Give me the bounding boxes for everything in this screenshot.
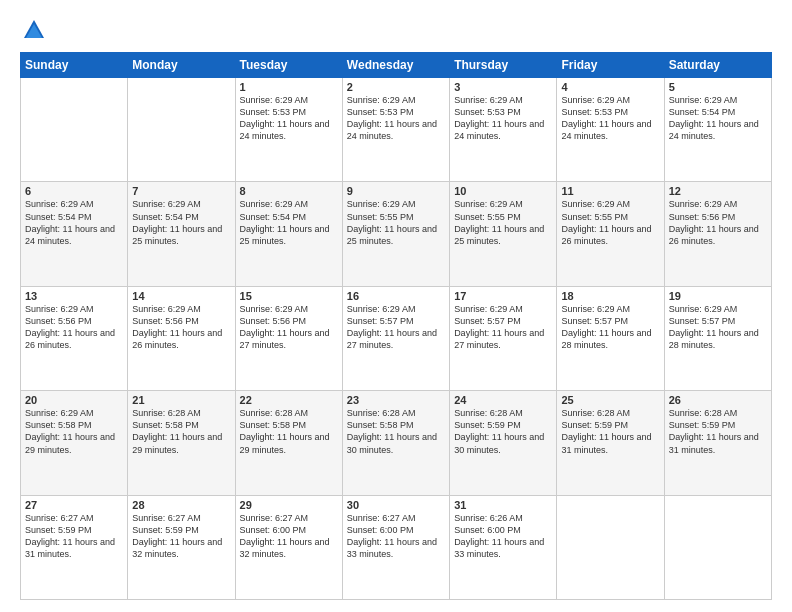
cell-details: Sunrise: 6:27 AM Sunset: 6:00 PM Dayligh… xyxy=(240,512,338,561)
calendar-cell: 11Sunrise: 6:29 AM Sunset: 5:55 PM Dayli… xyxy=(557,182,664,286)
cell-details: Sunrise: 6:29 AM Sunset: 5:55 PM Dayligh… xyxy=(561,198,659,247)
day-number: 26 xyxy=(669,394,767,406)
cell-details: Sunrise: 6:29 AM Sunset: 5:58 PM Dayligh… xyxy=(25,407,123,456)
calendar-table: SundayMondayTuesdayWednesdayThursdayFrid… xyxy=(20,52,772,600)
calendar-cell: 8Sunrise: 6:29 AM Sunset: 5:54 PM Daylig… xyxy=(235,182,342,286)
day-number: 6 xyxy=(25,185,123,197)
calendar-cell: 25Sunrise: 6:28 AM Sunset: 5:59 PM Dayli… xyxy=(557,391,664,495)
day-number: 4 xyxy=(561,81,659,93)
calendar-cell: 4Sunrise: 6:29 AM Sunset: 5:53 PM Daylig… xyxy=(557,78,664,182)
cell-details: Sunrise: 6:27 AM Sunset: 5:59 PM Dayligh… xyxy=(132,512,230,561)
calendar-cell: 26Sunrise: 6:28 AM Sunset: 5:59 PM Dayli… xyxy=(664,391,771,495)
cell-details: Sunrise: 6:28 AM Sunset: 5:58 PM Dayligh… xyxy=(132,407,230,456)
day-number: 12 xyxy=(669,185,767,197)
day-number: 29 xyxy=(240,499,338,511)
weekday-header-tuesday: Tuesday xyxy=(235,53,342,78)
calendar-week-row: 20Sunrise: 6:29 AM Sunset: 5:58 PM Dayli… xyxy=(21,391,772,495)
day-number: 9 xyxy=(347,185,445,197)
calendar-week-row: 1Sunrise: 6:29 AM Sunset: 5:53 PM Daylig… xyxy=(21,78,772,182)
day-number: 20 xyxy=(25,394,123,406)
page: SundayMondayTuesdayWednesdayThursdayFrid… xyxy=(0,0,792,612)
cell-details: Sunrise: 6:29 AM Sunset: 5:56 PM Dayligh… xyxy=(240,303,338,352)
cell-details: Sunrise: 6:29 AM Sunset: 5:57 PM Dayligh… xyxy=(454,303,552,352)
calendar-cell: 16Sunrise: 6:29 AM Sunset: 5:57 PM Dayli… xyxy=(342,286,449,390)
cell-details: Sunrise: 6:29 AM Sunset: 5:55 PM Dayligh… xyxy=(347,198,445,247)
calendar-cell: 5Sunrise: 6:29 AM Sunset: 5:54 PM Daylig… xyxy=(664,78,771,182)
day-number: 22 xyxy=(240,394,338,406)
cell-details: Sunrise: 6:29 AM Sunset: 5:53 PM Dayligh… xyxy=(347,94,445,143)
calendar-cell: 18Sunrise: 6:29 AM Sunset: 5:57 PM Dayli… xyxy=(557,286,664,390)
weekday-header-sunday: Sunday xyxy=(21,53,128,78)
calendar-cell: 23Sunrise: 6:28 AM Sunset: 5:58 PM Dayli… xyxy=(342,391,449,495)
cell-details: Sunrise: 6:29 AM Sunset: 5:57 PM Dayligh… xyxy=(347,303,445,352)
calendar-cell: 30Sunrise: 6:27 AM Sunset: 6:00 PM Dayli… xyxy=(342,495,449,599)
calendar-cell xyxy=(664,495,771,599)
cell-details: Sunrise: 6:29 AM Sunset: 5:57 PM Dayligh… xyxy=(669,303,767,352)
day-number: 19 xyxy=(669,290,767,302)
day-number: 27 xyxy=(25,499,123,511)
calendar-cell: 17Sunrise: 6:29 AM Sunset: 5:57 PM Dayli… xyxy=(450,286,557,390)
day-number: 3 xyxy=(454,81,552,93)
day-number: 10 xyxy=(454,185,552,197)
day-number: 24 xyxy=(454,394,552,406)
day-number: 8 xyxy=(240,185,338,197)
cell-details: Sunrise: 6:29 AM Sunset: 5:56 PM Dayligh… xyxy=(669,198,767,247)
day-number: 14 xyxy=(132,290,230,302)
logo xyxy=(20,16,52,44)
calendar-cell: 28Sunrise: 6:27 AM Sunset: 5:59 PM Dayli… xyxy=(128,495,235,599)
calendar-cell: 3Sunrise: 6:29 AM Sunset: 5:53 PM Daylig… xyxy=(450,78,557,182)
weekday-header-wednesday: Wednesday xyxy=(342,53,449,78)
day-number: 1 xyxy=(240,81,338,93)
day-number: 28 xyxy=(132,499,230,511)
calendar-cell: 12Sunrise: 6:29 AM Sunset: 5:56 PM Dayli… xyxy=(664,182,771,286)
cell-details: Sunrise: 6:28 AM Sunset: 5:59 PM Dayligh… xyxy=(669,407,767,456)
day-number: 23 xyxy=(347,394,445,406)
cell-details: Sunrise: 6:28 AM Sunset: 5:58 PM Dayligh… xyxy=(347,407,445,456)
calendar-cell: 1Sunrise: 6:29 AM Sunset: 5:53 PM Daylig… xyxy=(235,78,342,182)
day-number: 15 xyxy=(240,290,338,302)
day-number: 30 xyxy=(347,499,445,511)
cell-details: Sunrise: 6:29 AM Sunset: 5:56 PM Dayligh… xyxy=(25,303,123,352)
cell-details: Sunrise: 6:28 AM Sunset: 5:59 PM Dayligh… xyxy=(561,407,659,456)
day-number: 25 xyxy=(561,394,659,406)
cell-details: Sunrise: 6:29 AM Sunset: 5:56 PM Dayligh… xyxy=(132,303,230,352)
cell-details: Sunrise: 6:29 AM Sunset: 5:57 PM Dayligh… xyxy=(561,303,659,352)
day-number: 11 xyxy=(561,185,659,197)
cell-details: Sunrise: 6:28 AM Sunset: 5:58 PM Dayligh… xyxy=(240,407,338,456)
calendar-cell: 31Sunrise: 6:26 AM Sunset: 6:00 PM Dayli… xyxy=(450,495,557,599)
calendar-cell xyxy=(557,495,664,599)
day-number: 5 xyxy=(669,81,767,93)
calendar-cell: 15Sunrise: 6:29 AM Sunset: 5:56 PM Dayli… xyxy=(235,286,342,390)
calendar-cell: 29Sunrise: 6:27 AM Sunset: 6:00 PM Dayli… xyxy=(235,495,342,599)
day-number: 17 xyxy=(454,290,552,302)
cell-details: Sunrise: 6:27 AM Sunset: 5:59 PM Dayligh… xyxy=(25,512,123,561)
weekday-header-saturday: Saturday xyxy=(664,53,771,78)
cell-details: Sunrise: 6:29 AM Sunset: 5:55 PM Dayligh… xyxy=(454,198,552,247)
calendar-cell: 27Sunrise: 6:27 AM Sunset: 5:59 PM Dayli… xyxy=(21,495,128,599)
calendar-cell: 21Sunrise: 6:28 AM Sunset: 5:58 PM Dayli… xyxy=(128,391,235,495)
day-number: 16 xyxy=(347,290,445,302)
day-number: 31 xyxy=(454,499,552,511)
cell-details: Sunrise: 6:29 AM Sunset: 5:54 PM Dayligh… xyxy=(669,94,767,143)
calendar-cell xyxy=(21,78,128,182)
cell-details: Sunrise: 6:26 AM Sunset: 6:00 PM Dayligh… xyxy=(454,512,552,561)
calendar-week-row: 6Sunrise: 6:29 AM Sunset: 5:54 PM Daylig… xyxy=(21,182,772,286)
calendar-week-row: 13Sunrise: 6:29 AM Sunset: 5:56 PM Dayli… xyxy=(21,286,772,390)
day-number: 21 xyxy=(132,394,230,406)
calendar-cell xyxy=(128,78,235,182)
day-number: 13 xyxy=(25,290,123,302)
calendar-cell: 9Sunrise: 6:29 AM Sunset: 5:55 PM Daylig… xyxy=(342,182,449,286)
calendar-week-row: 27Sunrise: 6:27 AM Sunset: 5:59 PM Dayli… xyxy=(21,495,772,599)
weekday-header-row: SundayMondayTuesdayWednesdayThursdayFrid… xyxy=(21,53,772,78)
cell-details: Sunrise: 6:29 AM Sunset: 5:53 PM Dayligh… xyxy=(561,94,659,143)
calendar-cell: 2Sunrise: 6:29 AM Sunset: 5:53 PM Daylig… xyxy=(342,78,449,182)
calendar-cell: 10Sunrise: 6:29 AM Sunset: 5:55 PM Dayli… xyxy=(450,182,557,286)
cell-details: Sunrise: 6:27 AM Sunset: 6:00 PM Dayligh… xyxy=(347,512,445,561)
cell-details: Sunrise: 6:29 AM Sunset: 5:54 PM Dayligh… xyxy=(25,198,123,247)
weekday-header-friday: Friday xyxy=(557,53,664,78)
day-number: 18 xyxy=(561,290,659,302)
header xyxy=(20,16,772,44)
day-number: 2 xyxy=(347,81,445,93)
logo-icon xyxy=(20,16,48,44)
calendar-cell: 20Sunrise: 6:29 AM Sunset: 5:58 PM Dayli… xyxy=(21,391,128,495)
